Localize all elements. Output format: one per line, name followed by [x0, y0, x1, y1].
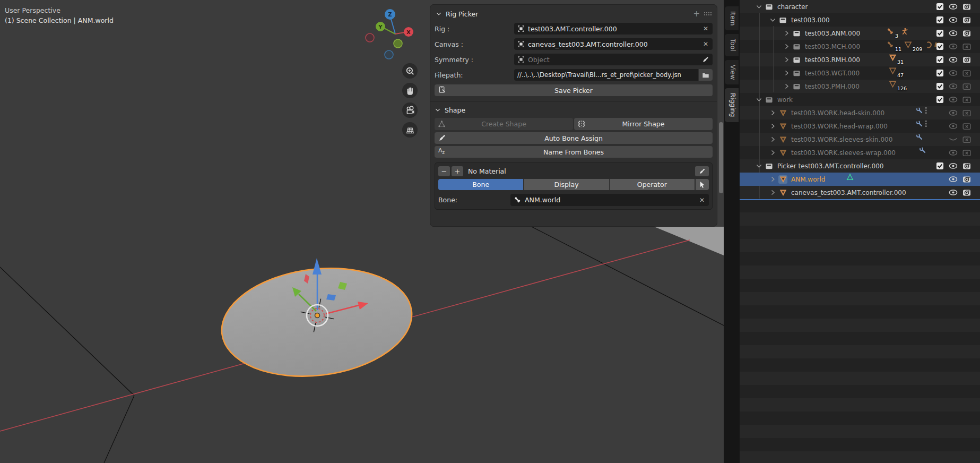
bone-clear-icon[interactable]: ✕ — [698, 196, 706, 204]
axis-z-neg-ball[interactable] — [385, 50, 393, 59]
sidebar-tab-tool[interactable]: Tool — [725, 34, 739, 56]
exclude-checkbox[interactable] — [935, 161, 944, 170]
tab-bone[interactable]: Bone — [438, 179, 523, 190]
outliner-row[interactable]: test003.WGT.000 47 — [740, 66, 980, 80]
exclude-checkbox[interactable] — [935, 15, 944, 24]
outliner-row[interactable]: canevas_test003.AMT.controller.000 — [740, 186, 980, 199]
chevron-icon[interactable] — [768, 135, 777, 144]
sidebar-tab-rigging[interactable]: Rigging — [725, 88, 739, 122]
chevron-icon[interactable] — [782, 29, 791, 38]
shape-subpanel-header[interactable]: Shape — [435, 102, 713, 118]
render-camera-toggle[interactable] — [962, 42, 971, 51]
hide-eye-toggle[interactable] — [949, 29, 958, 38]
ortho-grid-button[interactable] — [402, 122, 418, 138]
sidebar-tab-item[interactable]: Item — [725, 6, 739, 30]
hide-eye-toggle[interactable] — [949, 42, 958, 51]
outliner-row[interactable]: test003.000 — [740, 13, 980, 27]
hide-eye-toggle[interactable] — [949, 148, 958, 157]
exclude-checkbox[interactable] — [935, 82, 944, 91]
axis-y-neg-ball[interactable] — [394, 39, 402, 48]
outliner-row[interactable]: test003.ANM.000 3 — [740, 27, 980, 40]
render-camera-toggle[interactable] — [962, 55, 971, 64]
pan-button[interactable] — [402, 83, 418, 98]
render-camera-toggle[interactable] — [962, 135, 971, 144]
tab-operator[interactable]: Operator — [610, 179, 695, 190]
render-camera-toggle[interactable] — [962, 15, 971, 24]
exclude-checkbox[interactable] — [935, 29, 944, 38]
render-camera-toggle[interactable] — [962, 188, 971, 197]
outliner-row[interactable]: character — [740, 0, 980, 13]
render-camera-toggle[interactable] — [962, 175, 971, 184]
hide-eye-toggle[interactable] — [949, 68, 958, 78]
exclude-checkbox[interactable] — [935, 95, 944, 104]
outliner-row[interactable]: test003.WORK.sleeves-wrap.000 — [740, 146, 980, 159]
render-camera-toggle[interactable] — [962, 148, 971, 157]
outliner-row[interactable]: work — [740, 93, 980, 106]
hide-eye-toggle[interactable] — [949, 82, 958, 91]
chevron-icon[interactable] — [768, 149, 777, 157]
outliner-row[interactable]: test003.MCH.000 11209 — [740, 40, 980, 53]
material-remove-button[interactable]: − — [438, 166, 450, 176]
chevron-icon[interactable] — [782, 42, 791, 51]
create-shape-button[interactable]: Create Shape — [435, 118, 573, 130]
material-add-button[interactable]: + — [452, 166, 463, 176]
hide-eye-toggle[interactable] — [949, 188, 958, 197]
zoom-button[interactable] — [402, 63, 418, 79]
bone-field[interactable]: ANM.world ✕ — [510, 194, 709, 206]
outliner-row[interactable]: test003.PMH.000 126 — [740, 80, 980, 93]
outliner-row[interactable]: test003.WORK.sleeves-skin.000 — [740, 133, 980, 146]
camera-view-button[interactable] — [402, 102, 418, 118]
chevron-icon[interactable] — [768, 109, 777, 117]
filepath-field[interactable]: //..\..\..\Desktop\Travail\Bl...rs_et_pr… — [514, 69, 698, 81]
exclude-checkbox[interactable] — [935, 2, 944, 11]
scrollbar-thumb[interactable] — [719, 122, 723, 193]
chevron-icon[interactable] — [754, 3, 763, 11]
mirror-shape-button[interactable]: Mirror Shape — [574, 118, 713, 130]
panel-drag-handle-icon[interactable] — [704, 11, 713, 16]
symmetry-object-field[interactable]: Object — [514, 54, 713, 65]
rig-object-field[interactable]: test003.AMT.controller.000 ✕ — [514, 23, 713, 35]
sidebar-tab-view[interactable]: View — [725, 60, 739, 84]
render-camera-toggle[interactable] — [962, 122, 971, 131]
chevron-icon[interactable] — [754, 96, 763, 104]
outliner-row[interactable]: test003.RMH.000 31 — [740, 53, 980, 66]
outliner-row[interactable]: ANM.world — [740, 173, 980, 186]
collapse-chevron-icon[interactable] — [436, 11, 442, 17]
exclude-checkbox[interactable] — [935, 68, 944, 78]
chevron-icon[interactable] — [782, 82, 791, 91]
exclude-checkbox[interactable] — [935, 42, 944, 51]
hide-eye-toggle[interactable] — [949, 2, 958, 11]
canvas-clear-icon[interactable]: ✕ — [702, 40, 709, 48]
hide-eye-toggle[interactable] — [949, 161, 958, 170]
chevron-icon[interactable] — [782, 69, 791, 78]
chevron-icon[interactable] — [768, 16, 777, 24]
material-name[interactable]: No Material — [468, 167, 693, 175]
render-camera-toggle[interactable] — [962, 95, 971, 104]
render-camera-toggle[interactable] — [962, 29, 971, 38]
hide-eye-toggle[interactable] — [949, 135, 958, 144]
canvas-object-field[interactable]: canevas_test003.AMT.controller.000 ✕ — [514, 38, 713, 50]
chevron-icon[interactable] — [768, 122, 777, 131]
hide-eye-toggle[interactable] — [949, 95, 958, 104]
exclude-checkbox[interactable] — [935, 55, 944, 64]
file-browse-button[interactable] — [699, 69, 713, 81]
chevron-icon[interactable] — [768, 175, 777, 184]
name-from-bones-button[interactable]: Az Name From Bones — [435, 146, 713, 158]
axis-gizmo[interactable]: Z Y X — [360, 0, 431, 66]
panel-header[interactable]: Rig Picker + — [435, 5, 713, 23]
collapse-chevron-icon[interactable] — [435, 107, 441, 113]
auto-bone-assign-button[interactable]: Auto Bone Assign — [435, 132, 713, 144]
outliner-row[interactable]: test003.WORK.head-wrap.000 — [740, 119, 980, 133]
chevron-icon[interactable] — [768, 188, 777, 197]
material-eyedropper-button[interactable] — [695, 166, 709, 176]
gizmo-z-arrow[interactable] — [313, 258, 322, 275]
axis-x-neg-ball[interactable] — [366, 33, 374, 42]
select-cursor-button[interactable] — [696, 179, 709, 190]
sidebar-scrollbar[interactable] — [719, 4, 723, 227]
render-camera-toggle[interactable] — [962, 2, 971, 11]
render-camera-toggle[interactable] — [962, 82, 971, 91]
render-camera-toggle[interactable] — [962, 68, 971, 78]
render-camera-toggle[interactable] — [962, 161, 971, 170]
tab-display[interactable]: Display — [524, 179, 609, 190]
hide-eye-toggle[interactable] — [949, 175, 958, 184]
